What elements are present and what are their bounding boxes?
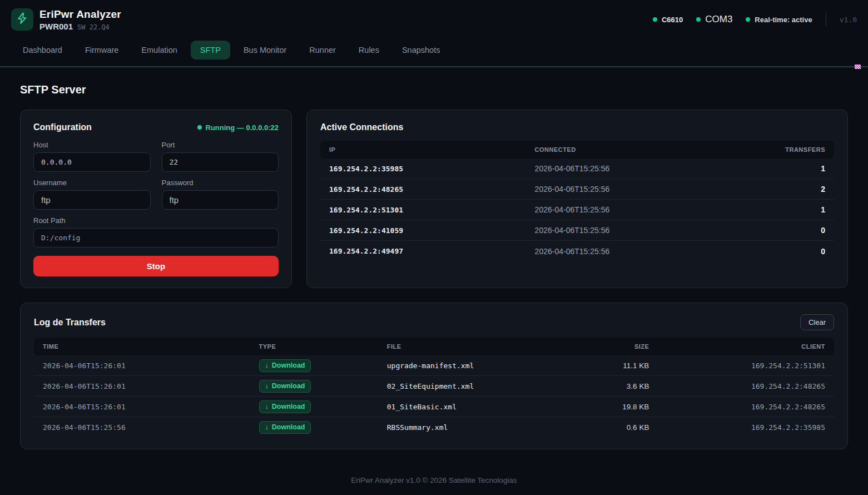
host-input[interactable]: [33, 152, 151, 172]
col-header-transfers: TRANSFERS: [731, 141, 834, 159]
download-badge-label: Download: [272, 423, 305, 431]
app-version: v1.0: [840, 16, 857, 24]
password-label: Password: [162, 179, 279, 187]
col-header-time: TIME: [34, 338, 250, 355]
bolt-icon: [16, 12, 28, 27]
password-field-group: Password: [162, 179, 279, 210]
status-dot-icon: [696, 17, 701, 22]
tab-bus-monitor[interactable]: Bus Monitor: [234, 41, 296, 60]
transfer-client: 169.254.2.2:48265: [658, 397, 834, 417]
download-badge: ↓Download: [259, 400, 311, 413]
tab-dashboard[interactable]: Dashboard: [13, 41, 72, 60]
transfer-row: 2026-04-06T15:26:01 ↓Download upgrade-ma…: [34, 355, 834, 376]
username-input[interactable]: [33, 190, 151, 210]
transfer-row: 2026-04-06T15:26:01 ↓Download 02_SiteEqu…: [34, 376, 834, 397]
tab-emulation[interactable]: Emulation: [132, 41, 186, 60]
connection-ip: 169.254.2.2:51301: [320, 200, 526, 220]
tab-runner[interactable]: Runner: [300, 41, 345, 60]
status-dot-icon: [197, 125, 202, 130]
download-badge: ↓Download: [259, 421, 311, 434]
status-dot-icon: [653, 17, 657, 22]
connection-transfers: 1: [731, 200, 834, 220]
transfer-size: 0.6 KB: [570, 417, 658, 438]
port-field-group: Port: [162, 141, 279, 172]
col-header-connected: CONNECTED: [526, 141, 732, 159]
transfer-file: upgrade-manifest.xml: [378, 355, 570, 376]
connection-transfers: 2: [731, 179, 834, 200]
connections-table: IP CONNECTED TRANSFERS 169.254.2.2:35985…: [320, 141, 834, 261]
download-badge-label: Download: [272, 403, 305, 410]
active-connections-title: Active Connections: [320, 122, 403, 132]
connection-ip: 169.254.2.2:48265: [320, 179, 526, 200]
root-path-field-group: Root Path: [33, 216, 279, 248]
connection-time: 2026-04-06T15:25:56: [526, 159, 732, 179]
transfer-time: 2026-04-06T15:25:56: [34, 417, 250, 438]
connection-transfers: 1: [731, 159, 834, 179]
connection-row: 169.254.2.2:51301 2026-04-06T15:25:56 1: [320, 200, 834, 220]
broken-image-artifact: [855, 65, 861, 69]
username-field-group: Username: [33, 179, 151, 210]
transfer-row: 2026-04-06T15:25:56 ↓Download RBSSummary…: [34, 417, 834, 438]
col-header-client: CLIENT: [658, 338, 834, 355]
transfer-time: 2026-04-06T15:26:01: [34, 376, 250, 397]
device-id: PWR001: [39, 22, 73, 31]
status-realtime-label: Real-time: active: [755, 16, 812, 24]
transfer-client: 169.254.2.2:51301: [658, 355, 834, 376]
download-badge: ↓Download: [259, 359, 311, 372]
clear-log-button[interactable]: Clear: [800, 314, 834, 330]
port-label: Port: [162, 141, 279, 149]
transfer-size: 3.6 KB: [570, 376, 658, 397]
password-input[interactable]: [162, 190, 279, 210]
connection-time: 2026-04-06T15:25:56: [526, 241, 732, 261]
host-field-group: Host: [33, 141, 151, 172]
download-icon: ↓: [265, 403, 269, 410]
transfer-log-table: TIME TYPE FILE SIZE CLIENT 2026-04-06T15…: [34, 338, 834, 438]
transfer-time: 2026-04-06T15:26:01: [34, 397, 250, 417]
status-node-label: C6610: [662, 16, 683, 24]
active-connections-card: Active Connections IP CONNECTED TRANSFER…: [306, 110, 848, 288]
connection-ip: 169.254.2.2:35985: [320, 159, 526, 179]
tab-sftp[interactable]: SFTP: [191, 41, 230, 60]
transfer-row: 2026-04-06T15:26:01 ↓Download 01_SiteBas…: [34, 397, 834, 417]
connection-ip: 169.254.2.2:49497: [320, 241, 526, 261]
tab-rules[interactable]: Rules: [349, 41, 389, 60]
main-nav: Dashboard Firmware Emulation SFTP Bus Mo…: [0, 33, 868, 66]
connection-row: 169.254.2.2:48265 2026-04-06T15:25:56 2: [320, 179, 834, 200]
sw-version: SW 22.Q4: [77, 23, 110, 31]
port-input[interactable]: [162, 152, 279, 172]
tab-firmware[interactable]: Firmware: [76, 41, 128, 60]
footer-text: EriPwr Analyzer v1.0 © 2026 Satellite Te…: [20, 476, 848, 484]
transfer-log-card: Log de Transfers Clear TIME TYPE FILE SI…: [20, 303, 848, 449]
connection-row: 169.254.2.2:41059 2026-04-06T15:25:56 0: [320, 220, 834, 241]
transfer-size: 11.1 KB: [570, 355, 658, 376]
host-label: Host: [33, 141, 151, 149]
download-badge: ↓Download: [259, 380, 311, 393]
download-icon: ↓: [265, 362, 269, 369]
download-icon: ↓: [265, 423, 269, 431]
status-com-label: COM3: [705, 14, 732, 25]
status-node-id: C6610: [653, 16, 683, 24]
root-path-input[interactable]: [33, 228, 279, 248]
connection-time: 2026-04-06T15:25:56: [526, 200, 732, 220]
connection-time: 2026-04-06T15:25:56: [526, 179, 732, 200]
download-badge-label: Download: [272, 382, 305, 390]
server-running-status: Running — 0.0.0.0:22: [197, 123, 279, 132]
status-dot-icon: [746, 17, 750, 22]
app-logo: [11, 8, 33, 31]
configuration-card: Configuration Running — 0.0.0.0:22 Host …: [20, 110, 292, 288]
tab-snapshots[interactable]: Snapshots: [393, 41, 450, 60]
connection-row: 169.254.2.2:35985 2026-04-06T15:25:56 1: [320, 159, 834, 179]
status-com-port: COM3: [696, 14, 732, 25]
transfer-client: 169.254.2.2:35985: [658, 417, 834, 438]
col-header-ip: IP: [320, 141, 526, 159]
status-realtime: Real-time: active: [746, 16, 812, 24]
stop-server-button[interactable]: Stop: [33, 256, 279, 276]
transfer-client: 169.254.2.2:48265: [658, 376, 834, 397]
app-header: EriPwr Analyzer PWR001 SW 22.Q4 C6610 CO…: [0, 0, 868, 67]
connection-ip: 169.254.2.2:41059: [320, 220, 526, 241]
connection-row: 169.254.2.2:49497 2026-04-06T15:25:56 0: [320, 241, 834, 261]
header-separator: [826, 13, 826, 26]
connection-transfers: 0: [731, 220, 834, 241]
transfer-log-title: Log de Transfers: [34, 318, 106, 328]
root-path-label: Root Path: [33, 216, 279, 225]
